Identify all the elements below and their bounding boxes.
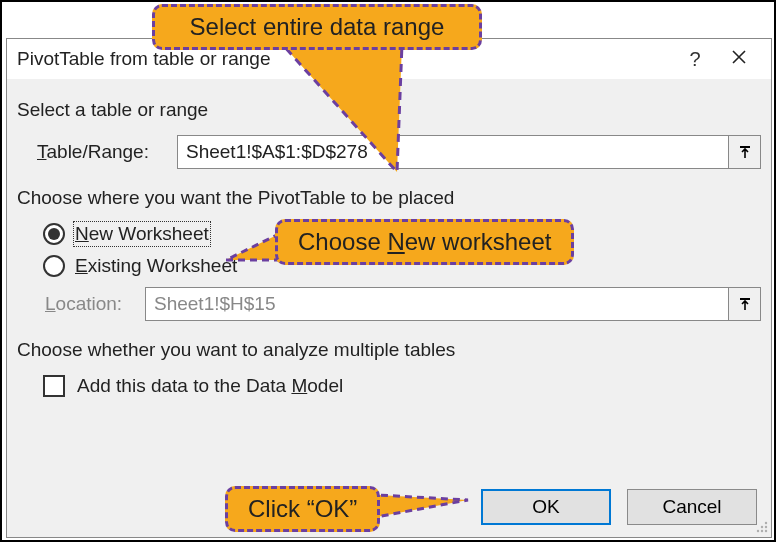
checkbox-label: Add this data to the Data Model [77, 375, 343, 397]
svg-rect-0 [740, 146, 750, 148]
svg-point-7 [765, 530, 767, 532]
location-input-wrap [145, 287, 761, 321]
annotation-text: Select entire data range [190, 13, 445, 40]
collapse-dialog-button[interactable] [729, 135, 761, 169]
annotation-text: Click “OK” [248, 495, 357, 522]
range-select-icon [738, 297, 752, 311]
svg-point-5 [757, 530, 759, 532]
radio-icon [43, 255, 65, 277]
svg-rect-1 [740, 298, 750, 300]
close-button[interactable] [717, 39, 761, 79]
svg-point-3 [761, 526, 763, 528]
table-range-label: Table/Range: [37, 141, 177, 163]
svg-point-6 [761, 530, 763, 532]
cancel-button[interactable]: Cancel [627, 489, 757, 525]
annotation-click-ok: Click “OK” [225, 486, 380, 532]
help-button[interactable]: ? [673, 48, 717, 71]
resize-grip-icon[interactable] [753, 519, 769, 535]
dialog-title: PivotTable from table or range [17, 48, 673, 70]
annotation-text: ew worksheet [405, 228, 552, 255]
close-icon [731, 49, 747, 65]
annotation-text-u: N [387, 228, 404, 255]
location-input [145, 287, 729, 321]
dialog-buttons: OK Cancel [481, 489, 757, 525]
checkbox-data-model[interactable]: Add this data to the Data Model [43, 375, 761, 397]
annotation-select-range: Select entire data range [152, 4, 482, 50]
checkbox-icon [43, 375, 65, 397]
table-range-row: Table/Range: [37, 135, 761, 169]
ok-button[interactable]: OK [481, 489, 611, 525]
svg-point-2 [765, 522, 767, 524]
svg-point-4 [765, 526, 767, 528]
location-label: Location: [45, 293, 145, 315]
collapse-dialog-button-2[interactable] [729, 287, 761, 321]
annotation-text: Choose [298, 228, 387, 255]
pivottable-dialog: PivotTable from table or range ? Select … [6, 38, 772, 538]
section-place-label: Choose where you want the PivotTable to … [17, 187, 761, 209]
table-range-input-wrap [177, 135, 761, 169]
radio-icon [43, 223, 65, 245]
section-multi-label: Choose whether you want to analyze multi… [17, 339, 761, 361]
table-range-input[interactable] [177, 135, 729, 169]
radio-new-label: New Worksheet [75, 223, 209, 245]
radio-existing-label: Existing Worksheet [75, 255, 237, 277]
annotation-choose-new: Choose New worksheet [275, 219, 574, 265]
range-select-icon [738, 145, 752, 159]
location-row: Location: [45, 287, 761, 321]
section-select-label: Select a table or range [17, 99, 761, 121]
